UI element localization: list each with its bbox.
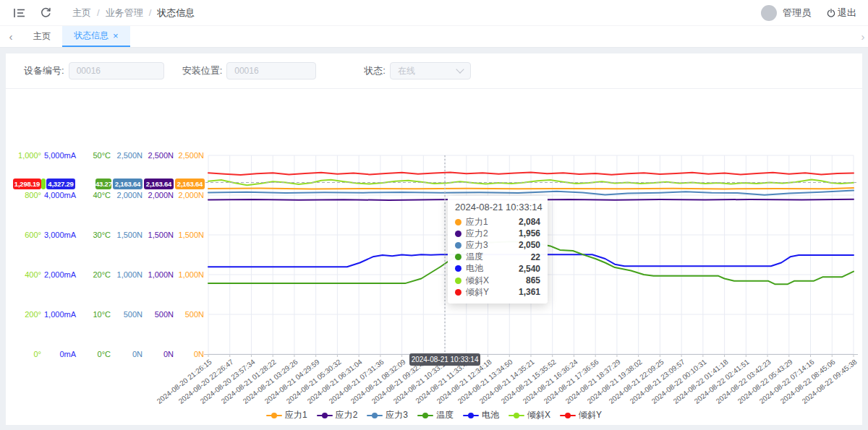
tooltip-series-name: 温度: [466, 251, 483, 263]
axis-pointer-badge: 1,298.19: [13, 179, 41, 189]
legend-label: 倾斜X: [527, 409, 550, 421]
legend-line-icon: [463, 412, 479, 419]
series-dot-icon: [455, 278, 461, 284]
close-tab-icon[interactable]: ×: [113, 31, 119, 40]
tab-label: 主页: [33, 30, 51, 43]
tooltip-series-name: 应力2: [466, 228, 488, 240]
legend-item-应力2[interactable]: 应力2: [317, 409, 358, 421]
legend-label: 电池: [482, 409, 499, 421]
y-axis-tick-应力1: 1,500N: [153, 231, 204, 239]
refresh-icon[interactable]: [38, 5, 54, 21]
app-header: 主页 / 业务管理 / 状态信息 管理员 退出: [0, 0, 868, 26]
legend-label: 应力2: [336, 409, 358, 421]
tooltip-series-name: 电池: [466, 262, 483, 275]
series-dot-icon: [455, 265, 461, 272]
filter-bar: 设备编号: 00016 安装位置: 00016 状态: 在线: [6, 53, 862, 89]
tooltip-row: 电池2,540: [455, 263, 540, 275]
axis-pointer-badge: 43.27: [95, 179, 111, 189]
tooltip-series-value: 2,050: [519, 240, 540, 250]
tab-label: 状态信息: [74, 30, 109, 42]
user-name[interactable]: 管理员: [783, 7, 811, 20]
logout-label: 退出: [838, 7, 856, 20]
tooltip-row: 应力21,956: [455, 228, 540, 239]
tooltip-row: 应力32,050: [455, 239, 540, 251]
y-axis-tick-应力1: 500N: [153, 310, 204, 319]
avatar[interactable]: [761, 5, 777, 21]
tooltip-series-name: 应力1: [466, 216, 488, 228]
legend-item-倾斜X[interactable]: 倾斜X: [509, 409, 550, 421]
series-dot-icon: [455, 289, 461, 296]
tooltip-series-value: 22: [531, 252, 540, 262]
breadcrumb-separator: /: [97, 7, 100, 18]
breadcrumb-separator: /: [149, 7, 152, 18]
chart-tooltip: 2024-08-21 10:33:14 应力12,084应力21,956应力32…: [448, 196, 548, 304]
tooltip-row: 倾斜X865: [455, 275, 540, 286]
legend-item-倾斜Y[interactable]: 倾斜Y: [560, 409, 602, 421]
device-id-input[interactable]: 00016: [69, 62, 164, 79]
tooltip-series-value: 1,956: [519, 228, 540, 238]
series-dot-icon: [455, 219, 461, 225]
legend-item-应力1[interactable]: 应力1: [266, 409, 307, 421]
page: 主页 / 业务管理 / 状态信息 管理员 退出 ‹ 主页 状态信息 × ›: [0, 0, 868, 430]
tooltip-row: 温度22: [455, 251, 540, 263]
legend-label: 倾斜Y: [579, 409, 602, 421]
axis-pointer-badge: 2,163.64: [175, 179, 205, 189]
tooltip-row: 应力12,084: [455, 216, 540, 228]
legend-line-icon: [560, 412, 576, 419]
legend-line-icon: [266, 412, 282, 419]
legend-item-应力3[interactable]: 应力3: [367, 409, 408, 421]
legend-line-icon: [509, 412, 524, 419]
series-dot-icon: [455, 231, 461, 237]
logout-button[interactable]: 退出: [827, 7, 856, 20]
tab-status-info[interactable]: 状态信息 ×: [62, 26, 130, 47]
power-icon: [827, 9, 835, 17]
tooltip-series-name: 倾斜X: [466, 275, 489, 287]
breadcrumb-business[interactable]: 业务管理: [106, 7, 143, 20]
breadcrumb-home[interactable]: 主页: [72, 7, 91, 20]
install-location-value: 00016: [234, 66, 258, 76]
tooltip-series-name: 应力3: [466, 239, 488, 251]
status-value: 在线: [398, 65, 415, 77]
y-axis-tick-应力1: 2,500N: [153, 151, 204, 160]
filter-device-id: 设备编号: 00016: [24, 62, 164, 79]
legend-item-温度[interactable]: 温度: [417, 409, 454, 421]
tooltip-series-value: 1,361: [519, 287, 540, 297]
collapse-menu-icon[interactable]: [12, 5, 27, 21]
legend-label: 应力1: [285, 409, 307, 421]
x-axis-pointer-label: 2024-08-21 10:33:14: [409, 353, 480, 366]
tooltip-series-value: 865: [526, 275, 540, 285]
axis-pointer-badge: 4,327.29: [46, 179, 75, 189]
tooltip-series-value: 2,540: [519, 264, 540, 274]
axis-pointer-badge: [41, 179, 46, 189]
filter-status: 状态: 在线: [364, 62, 471, 79]
breadcrumb-current: 状态信息: [157, 7, 195, 20]
status-label: 状态:: [364, 64, 386, 77]
tab-home[interactable]: 主页: [22, 26, 62, 47]
legend-line-icon: [317, 412, 333, 419]
tooltip-series-value: 2,084: [519, 217, 540, 227]
tab-bar: ‹ 主页 状态信息 × ›: [0, 26, 868, 48]
tabs-scroll-right-icon[interactable]: ›: [858, 26, 868, 47]
tooltip-series-name: 倾斜Y: [466, 286, 489, 298]
y-axis-tick-应力1: 1,000N: [153, 270, 204, 279]
axis-pointer-badge: 2,163.64: [144, 179, 174, 189]
status-select[interactable]: 在线: [390, 62, 471, 79]
chevron-down-icon: [456, 65, 464, 73]
install-location-input[interactable]: 00016: [226, 62, 316, 79]
header-right: 管理员 退出: [761, 5, 856, 21]
device-id-label: 设备编号:: [24, 64, 64, 77]
install-location-label: 安装位置:: [182, 64, 223, 77]
status-chart[interactable]: 2024-08-21 10:33:14 2024-08-21 10:33:14 …: [6, 94, 862, 425]
series-dot-icon: [455, 254, 461, 260]
legend-label: 应力3: [386, 409, 408, 421]
axis-pointer-badge: 2,163.64: [113, 179, 142, 189]
tabs-scroll-left-icon[interactable]: ‹: [0, 26, 22, 47]
tooltip-row: 倾斜Y1,361: [455, 286, 540, 298]
y-axis-tick-应力1: 0N: [153, 350, 204, 358]
filter-install-location: 安装位置: 00016: [182, 62, 317, 79]
legend-item-电池[interactable]: 电池: [463, 409, 499, 421]
legend-label: 温度: [436, 409, 454, 421]
series-dot-icon: [455, 242, 461, 249]
chart-legend: 应力1应力2应力3温度电池倾斜X倾斜Y: [6, 409, 862, 421]
breadcrumb: 主页 / 业务管理 / 状态信息: [72, 7, 195, 20]
